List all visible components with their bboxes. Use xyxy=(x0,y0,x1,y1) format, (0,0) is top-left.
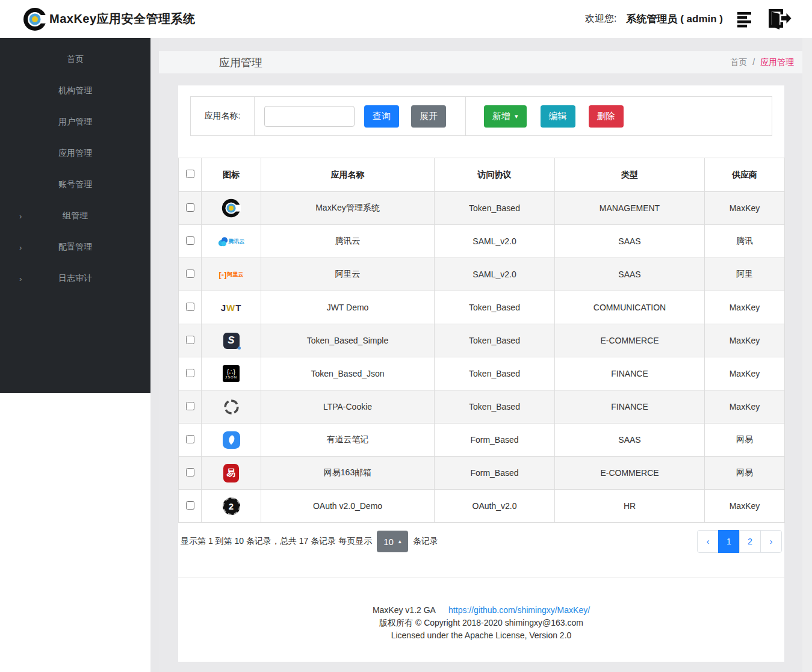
row-checkbox[interactable] xyxy=(186,270,194,278)
row-checkbox[interactable] xyxy=(186,402,194,410)
welcome-label: 欢迎您: xyxy=(585,13,616,25)
app-type: E-COMMERCE xyxy=(555,324,705,357)
pager-prev-button[interactable]: ‹ xyxy=(697,530,719,553)
icon-glyph: {∴} xyxy=(227,368,235,375)
sidebar-item-account-management[interactable]: 账号管理 xyxy=(0,169,150,200)
pagination-info-prefix: 显示第 1 到第 10 条记录，总共 17 条记录 每页显示 xyxy=(181,536,372,547)
app-vendor: MaxKey xyxy=(705,324,785,357)
app-type: FINANCE xyxy=(555,390,705,424)
select-all-checkbox[interactable] xyxy=(186,170,194,178)
pager-next-button[interactable]: › xyxy=(760,530,782,553)
app-vendor: MaxKey xyxy=(705,192,785,225)
app-name: 网易163邮箱 xyxy=(261,457,435,490)
table-row[interactable]: {∴} JSON Token_Based_Json Token_Based FI… xyxy=(179,357,785,390)
footer-github-link[interactable]: https://github.com/shimingxy/MaxKey/ xyxy=(448,605,590,615)
sidebar-item-org-management[interactable]: 机构管理 xyxy=(0,75,150,106)
icon-label: JSON xyxy=(225,375,237,380)
sidebar-item-app-management[interactable]: 应用管理 xyxy=(0,138,150,169)
app-protocol: OAuth_v2.0 xyxy=(435,490,555,523)
app-type: MANAGEMENT xyxy=(555,192,705,225)
sidebar-item-config-management[interactable]: › 配置管理 xyxy=(0,232,150,263)
expand-button[interactable]: 展开 xyxy=(411,105,446,128)
table-row[interactable]: J W T JWT Demo Token_Based COMMUNICATION… xyxy=(179,291,785,324)
app-title: MaxKey应用安全管理系统 xyxy=(49,11,196,27)
app-protocol: SAML_v2.0 xyxy=(435,225,555,258)
pager-page-2-button[interactable]: 2 xyxy=(739,530,761,553)
app-vendor: MaxKey xyxy=(705,390,785,424)
app-type: SAAS xyxy=(555,424,705,457)
delete-button[interactable]: 删除 xyxy=(589,105,624,128)
table-row[interactable]: 2 OAuth v2.0_Demo OAuth_v2.0 HR MaxKey xyxy=(179,490,785,523)
table-row[interactable]: MaxKey管理系统 Token_Based MANAGEMENT MaxKey xyxy=(179,192,785,225)
app-protocol: SAML_v2.0 xyxy=(435,258,555,291)
table-row[interactable]: LTPA-Cookie Token_Based FINANCE MaxKey xyxy=(179,390,785,424)
app-type: SAAS xyxy=(555,225,705,258)
table-row[interactable]: 腾讯云 腾讯云 SAML_v2.0 SAAS 腾讯 xyxy=(179,225,785,258)
page: MaxKey应用安全管理系统 欢迎您: 系统管理员 ( admin ) xyxy=(0,0,812,672)
app-name-input[interactable] xyxy=(264,106,355,127)
app-protocol: Form_Based xyxy=(435,457,555,490)
right-scroll-strip[interactable] xyxy=(802,38,812,672)
json-app-icon: {∴} JSON xyxy=(223,365,240,382)
ltpa-cookie-icon xyxy=(222,398,241,416)
row-checkbox[interactable] xyxy=(186,501,194,510)
oauth2-icon: 2 xyxy=(223,498,240,515)
app-type: FINANCE xyxy=(555,357,705,390)
row-checkbox[interactable] xyxy=(186,303,194,311)
app-protocol: Token_Based xyxy=(435,357,555,390)
app-vendor: 阿里 xyxy=(705,258,785,291)
table-row[interactable]: [-] 阿里云 阿里云 SAML_v2.0 SAAS 阿里 xyxy=(179,258,785,291)
search-toolbar: 应用名称: 查询 展开 新增 ▾ 编辑 删除 xyxy=(190,96,772,136)
sidebar-item-label: 应用管理 xyxy=(58,148,92,159)
icon-glyph: T xyxy=(235,303,241,313)
row-checkbox[interactable] xyxy=(186,369,194,377)
app-type: E-COMMERCE xyxy=(555,457,705,490)
app-type: HR xyxy=(555,490,705,523)
pager-page-1-button[interactable]: 1 xyxy=(718,530,740,553)
sidebar-item-group-management[interactable]: › 组管理 xyxy=(0,200,150,232)
query-button[interactable]: 查询 xyxy=(364,105,399,128)
col-header-name: 应用名称 xyxy=(261,158,435,192)
footer-license: Licensed under the Apache License, Versi… xyxy=(178,629,784,642)
chevron-right-icon: › xyxy=(19,274,22,283)
app-table: 图标 应用名称 访问协议 类型 供应商 xyxy=(178,158,785,523)
chevron-right-icon: › xyxy=(19,243,22,252)
table-row[interactable]: 易 网易163邮箱 Form_Based E-COMMERCE 网易 xyxy=(179,457,785,490)
row-checkbox[interactable] xyxy=(186,435,194,443)
row-checkbox[interactable] xyxy=(186,468,194,476)
icon-glyph: W xyxy=(226,303,235,313)
sidebar-item-home[interactable]: 首页 xyxy=(0,44,150,75)
footer-version: MaxKey v1.2 GA xyxy=(373,605,435,615)
logout-icon[interactable] xyxy=(765,8,792,30)
page-size-dropdown[interactable]: 10 ▴ xyxy=(377,531,408,552)
edit-button[interactable]: 编辑 xyxy=(541,105,575,128)
sidebar-item-label: 机构管理 xyxy=(58,85,92,96)
page-title: 应用管理 xyxy=(219,55,262,70)
header-right: 欢迎您: 系统管理员 ( admin ) xyxy=(585,8,792,30)
left-gap-strip xyxy=(150,38,159,672)
breadcrumb-home-link[interactable]: 首页 xyxy=(730,57,747,67)
search-label: 应用名称: xyxy=(191,97,255,135)
sidebar-item-log-audit[interactable]: › 日志审计 xyxy=(0,263,150,294)
sidebar-item-user-management[interactable]: 用户管理 xyxy=(0,106,150,138)
breadcrumb-separator: / xyxy=(752,57,755,67)
menu-list-icon[interactable] xyxy=(737,11,759,28)
row-checkbox[interactable] xyxy=(186,336,194,344)
footer-copyright: 版权所有 © Copyright 2018-2020 shimingxy@163… xyxy=(178,617,784,629)
app-vendor: 网易 xyxy=(705,424,785,457)
app-vendor: 网易 xyxy=(705,457,785,490)
sidebar-item-label: 组管理 xyxy=(63,211,88,221)
app-vendor: MaxKey xyxy=(705,291,785,324)
app-name: MaxKey管理系统 xyxy=(261,192,435,225)
app-name: Token_Based_Simple xyxy=(261,324,435,357)
table-row[interactable]: S Token_Based_Simple Token_Based E-COMME… xyxy=(179,324,785,357)
sidebar-item-label: 日志审计 xyxy=(58,273,92,284)
add-button[interactable]: 新增 ▾ xyxy=(484,105,527,128)
icon-label: 阿里云 xyxy=(228,271,244,279)
row-checkbox[interactable] xyxy=(186,236,194,245)
sidebar-item-label: 配置管理 xyxy=(58,242,92,253)
table-row[interactable]: 有道云笔记 Form_Based SAAS 网易 xyxy=(179,424,785,457)
add-button-label: 新增 xyxy=(492,111,510,122)
pager: ‹ 1 2 › xyxy=(697,530,782,553)
row-checkbox[interactable] xyxy=(186,203,194,212)
